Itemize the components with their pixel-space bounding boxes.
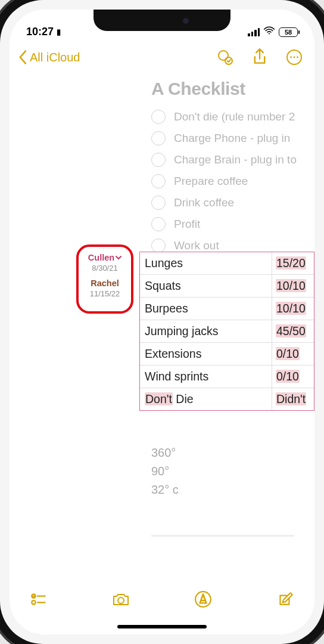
note-title: A Checklist xyxy=(10,74,314,106)
checkbox-icon[interactable] xyxy=(151,239,166,253)
plain-text-lines[interactable]: 360° 90° 32° c xyxy=(10,444,314,499)
checklist-item[interactable]: Charge Phone - plug in xyxy=(151,128,314,149)
svg-point-11 xyxy=(118,597,124,603)
checkbox-icon[interactable] xyxy=(151,131,166,145)
wifi-icon xyxy=(263,26,275,38)
share-icon[interactable] xyxy=(251,49,268,66)
compose-icon[interactable] xyxy=(276,590,294,608)
note-body[interactable]: A Checklist Don't die (rule number 2 Cha… xyxy=(10,72,314,537)
checkbox-icon[interactable] xyxy=(151,217,166,231)
nav-bar: All iCloud xyxy=(10,41,314,72)
svg-point-0 xyxy=(269,33,270,34)
checkbox-icon[interactable] xyxy=(151,153,166,167)
checklist-tool-icon[interactable] xyxy=(30,590,48,608)
back-button[interactable]: All iCloud xyxy=(18,49,80,65)
chevron-down-icon xyxy=(116,253,122,263)
workout-table[interactable]: Lunges15/20 Squats10/10 Burpees10/10 Jum… xyxy=(139,252,314,411)
alarm-icon: ▮ xyxy=(57,27,61,36)
home-indicator[interactable] xyxy=(117,625,207,628)
checklist-item[interactable]: Charge Brain - plug in to xyxy=(151,149,314,171)
iphone-frame: 10:27 ▮ 58 All iCloud xyxy=(0,0,324,644)
checkbox-icon[interactable] xyxy=(151,174,166,188)
battery-icon: 58 xyxy=(279,27,298,37)
checkbox-icon[interactable] xyxy=(151,196,166,210)
checklist: Don't die (rule number 2 Charge Phone - … xyxy=(10,106,314,256)
chevron-left-icon xyxy=(18,49,29,65)
cellular-icon xyxy=(248,28,260,36)
collaborate-icon[interactable] xyxy=(217,49,233,66)
table-row[interactable]: Squats10/10 xyxy=(140,275,314,298)
checklist-item[interactable]: Profit xyxy=(151,213,314,235)
checkbox-icon[interactable] xyxy=(151,110,166,124)
svg-point-6 xyxy=(297,57,298,58)
svg-point-9 xyxy=(32,600,35,604)
collaborator-entry[interactable]: Rachel 11/15/22 xyxy=(82,278,127,299)
more-icon[interactable] xyxy=(286,49,303,66)
table-row[interactable]: Burpees10/10 xyxy=(140,298,314,320)
collaborator-annotations[interactable]: Cullen 8/30/21 Rachel 11/15/22 xyxy=(76,244,133,314)
svg-point-1 xyxy=(219,51,228,60)
back-label: All iCloud xyxy=(30,51,80,64)
notch xyxy=(94,10,230,31)
checklist-item[interactable]: Don't die (rule number 2 xyxy=(151,106,314,128)
checklist-item[interactable]: Drink coffee xyxy=(151,192,314,213)
svg-point-5 xyxy=(294,57,295,58)
svg-point-4 xyxy=(290,57,292,58)
attachment-separator xyxy=(151,535,294,537)
table-row[interactable]: Jumping jacks45/50 xyxy=(140,320,314,343)
markup-icon[interactable] xyxy=(194,590,212,608)
camera-icon[interactable] xyxy=(112,590,130,608)
checklist-item[interactable]: Prepare coffee xyxy=(151,171,314,192)
collaborator-entry[interactable]: Cullen 8/30/21 xyxy=(82,253,127,274)
table-row[interactable]: Don't Die Didn't xyxy=(140,388,314,410)
table-row[interactable]: Extensions0/10 xyxy=(140,343,314,366)
table-row[interactable]: Lunges15/20 xyxy=(140,252,314,275)
status-time: 10:27 ▮ xyxy=(26,26,61,38)
screen: 10:27 ▮ 58 All iCloud xyxy=(10,10,314,634)
table-row[interactable]: Wind sprints0/10 xyxy=(140,366,314,388)
